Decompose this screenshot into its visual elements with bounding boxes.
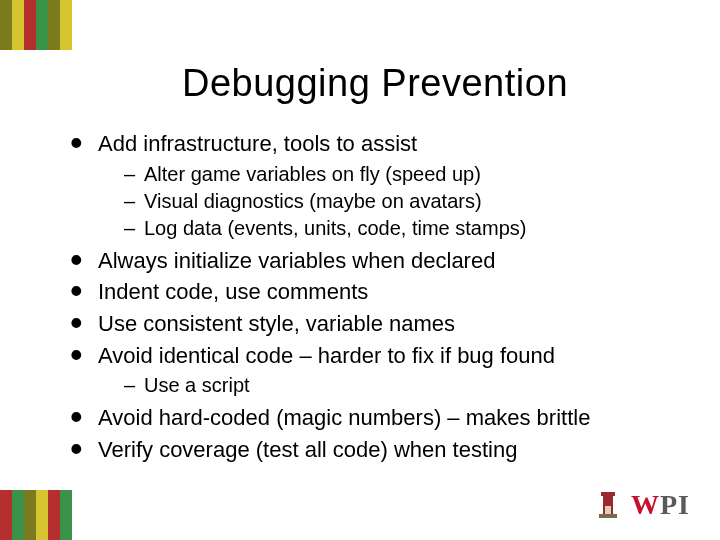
sub-bullet-item: Alter game variables on fly (speed up) bbox=[124, 161, 680, 188]
stripe bbox=[0, 490, 12, 540]
slide-content: Debugging Prevention Add infrastructure,… bbox=[70, 62, 680, 467]
bullet-item: Avoid identical code – harder to fix if … bbox=[70, 341, 680, 400]
svg-rect-2 bbox=[599, 514, 617, 518]
bullet-text: Indent code, use comments bbox=[98, 279, 368, 304]
sub-bullet-item: Use a script bbox=[124, 372, 680, 399]
bullet-item: Always initialize variables when declare… bbox=[70, 246, 680, 276]
bullet-item: Use consistent style, variable names bbox=[70, 309, 680, 339]
sub-bullet-list: Alter game variables on fly (speed up)Vi… bbox=[124, 161, 680, 242]
stripe bbox=[60, 490, 72, 540]
stripe bbox=[0, 0, 12, 50]
bullet-item: Indent code, use comments bbox=[70, 277, 680, 307]
stripe bbox=[36, 490, 48, 540]
sub-bullet-item: Log data (events, units, code, time stam… bbox=[124, 215, 680, 242]
sub-bullet-item: Visual diagnostics (maybe on avatars) bbox=[124, 188, 680, 215]
bullet-text: Use consistent style, variable names bbox=[98, 311, 455, 336]
stripe bbox=[48, 490, 60, 540]
logo-letter-p: P bbox=[660, 489, 678, 520]
svg-rect-3 bbox=[605, 506, 611, 514]
decor-stripes-bottom bbox=[0, 490, 72, 540]
wpi-wordmark: WPI bbox=[631, 489, 690, 521]
bullet-text: Add infrastructure, tools to assist bbox=[98, 131, 417, 156]
stripe bbox=[24, 490, 36, 540]
bullet-text: Avoid identical code – harder to fix if … bbox=[98, 343, 555, 368]
stripe bbox=[48, 0, 60, 50]
bullet-item: Avoid hard-coded (magic numbers) – makes… bbox=[70, 403, 680, 433]
wpi-logo: WPI bbox=[591, 488, 690, 522]
logo-letter-i: I bbox=[678, 489, 690, 520]
svg-rect-1 bbox=[601, 492, 615, 496]
stripe bbox=[60, 0, 72, 50]
bullet-item: Add infrastructure, tools to assistAlter… bbox=[70, 129, 680, 242]
wpi-seal-icon bbox=[591, 488, 625, 522]
slide-title: Debugging Prevention bbox=[70, 62, 680, 105]
bullet-text: Avoid hard-coded (magic numbers) – makes… bbox=[98, 405, 590, 430]
sub-bullet-list: Use a script bbox=[124, 372, 680, 399]
stripe bbox=[24, 0, 36, 50]
decor-stripes-top bbox=[0, 0, 72, 50]
logo-letter-w: W bbox=[631, 489, 660, 520]
stripe bbox=[12, 0, 24, 50]
bullet-list: Add infrastructure, tools to assistAlter… bbox=[70, 129, 680, 465]
bullet-text: Verify coverage (test all code) when tes… bbox=[98, 437, 517, 462]
stripe bbox=[12, 490, 24, 540]
bullet-item: Verify coverage (test all code) when tes… bbox=[70, 435, 680, 465]
stripe bbox=[36, 0, 48, 50]
bullet-text: Always initialize variables when declare… bbox=[98, 248, 495, 273]
